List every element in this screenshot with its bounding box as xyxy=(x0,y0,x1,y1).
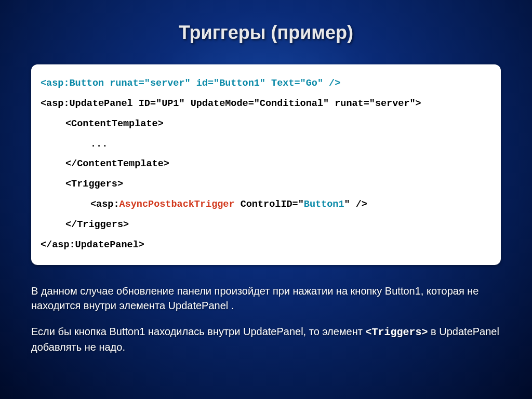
code-l7c: ControlID=" xyxy=(235,199,304,210)
code-l7a: <asp: xyxy=(90,199,119,210)
code-line-6: <Triggers> xyxy=(41,175,123,195)
code-line-3: <ContentTemplate> xyxy=(41,114,164,135)
paragraph-2: Если бы кнопка Button1 находилась внутри… xyxy=(31,324,501,354)
code-l7e: " /> xyxy=(344,199,367,210)
code-line-4: ... xyxy=(41,135,108,155)
code-l7b: AsyncPostbackTrigger xyxy=(119,199,235,210)
code-l7d: Button1 xyxy=(304,199,344,210)
code-line-8: </Triggers> xyxy=(41,215,129,235)
paragraph-1: В данном случае обновление панели произо… xyxy=(31,284,501,313)
code-line-1: <asp:Button runat="server" id="Button1" … xyxy=(41,78,340,89)
code-line-9: </asp:UpdatePanel> xyxy=(41,240,144,250)
para2-part-a: Если бы кнопка Button1 находилась внутри… xyxy=(31,326,366,337)
slide-title: Триггеры (пример) xyxy=(0,0,532,44)
code-line-7: <asp:AsyncPostbackTrigger ControlID="But… xyxy=(41,195,367,215)
code-line-2: <asp:UpdatePanel ID="UP1" UpdateMode="Co… xyxy=(41,98,421,109)
code-line-5: </ContentTemplate> xyxy=(41,154,169,175)
code-block: <asp:Button runat="server" id="Button1" … xyxy=(31,64,501,265)
slide: Триггеры (пример) <asp:Button runat="ser… xyxy=(0,0,532,399)
para2-inline-tag: <Triggers> xyxy=(366,326,428,338)
